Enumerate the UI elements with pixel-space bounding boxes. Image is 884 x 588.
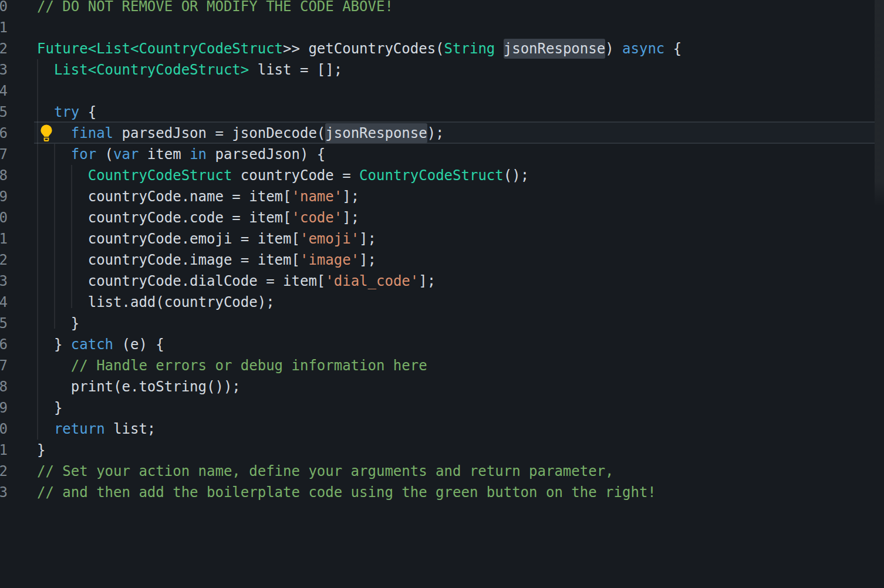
- code-line[interactable]: for (var item in parsedJson) {: [37, 144, 325, 165]
- code-segment: [37, 357, 71, 374]
- code-line[interactable]: return list;: [37, 418, 156, 440]
- code-segment: list = [];: [249, 62, 342, 78]
- code-segment: [37, 104, 54, 120]
- code-line[interactable]: print(e.toString());: [37, 376, 241, 397]
- scrollbar-strip[interactable]: [875, 0, 884, 207]
- line-number[interactable]: 21: [0, 17, 8, 38]
- line-number[interactable]: 23: [0, 59, 8, 80]
- code-segment: }: [37, 315, 79, 332]
- code-segment: ];: [359, 252, 376, 268]
- code-segment: parsedJson) {: [207, 146, 325, 163]
- line-number[interactable]: 26: [0, 123, 8, 144]
- code-line[interactable]: countryCode.image = item['image'];: [37, 249, 376, 271]
- code-line[interactable]: Future<List<CountryCodeStruct>> getCount…: [37, 38, 681, 59]
- line-number[interactable]: 39: [0, 397, 8, 418]
- code-segment: ];: [419, 273, 436, 289]
- code-line[interactable]: }: [37, 313, 79, 334]
- code-segment: var: [113, 146, 139, 163]
- code-segment: 'name': [291, 188, 342, 205]
- line-number[interactable]: 31: [0, 228, 8, 249]
- code-segment: );: [427, 125, 444, 141]
- code-segment: CountryCodeStruct: [88, 167, 232, 184]
- line-number[interactable]: 38: [0, 376, 8, 397]
- code-segment: async: [622, 40, 664, 57]
- code-editor[interactable]: 20// DO NOT REMOVE OR MODIFY THE CODE AB…: [0, 0, 884, 588]
- code-segment: final: [71, 125, 113, 141]
- code-segment: }: [37, 442, 45, 458]
- code-segment: [37, 62, 54, 78]
- line-number[interactable]: 22: [0, 38, 8, 59]
- code-segment: // DO NOT REMOVE OR MODIFY THE CODE ABOV…: [37, 0, 393, 15]
- code-segment: ];: [342, 209, 359, 226]
- code-segment: 'code': [291, 209, 342, 226]
- code-segment: CountryCodeStruct: [359, 167, 504, 184]
- code-line[interactable]: // and then add the boilerplate code usi…: [37, 482, 656, 503]
- code-segment: countryCode.image = item[: [37, 252, 300, 268]
- code-segment: countryCode.code = item[: [37, 209, 291, 226]
- code-line[interactable]: // Handle errors or debug information he…: [37, 355, 427, 376]
- code-segment: String: [444, 40, 495, 57]
- line-number[interactable]: 43: [0, 482, 8, 503]
- line-number[interactable]: 41: [0, 440, 8, 461]
- code-segment: ];: [359, 231, 376, 247]
- code-line[interactable]: countryCode.emoji = item['emoji'];: [37, 228, 376, 249]
- code-line[interactable]: // DO NOT REMOVE OR MODIFY THE CODE ABOV…: [37, 0, 393, 17]
- line-number[interactable]: 42: [0, 461, 8, 482]
- line-number[interactable]: 27: [0, 144, 8, 165]
- code-segment: countryCode.name = item[: [37, 188, 291, 205]
- code-segment: for: [71, 146, 96, 163]
- lightbulb-icon[interactable]: [39, 124, 54, 142]
- code-line[interactable]: countryCode.dialCode = item['dial_code']…: [37, 271, 436, 292]
- line-number[interactable]: 28: [0, 165, 8, 186]
- code-segment: catch: [71, 336, 113, 353]
- code-segment: [37, 421, 54, 437]
- line-number[interactable]: 34: [0, 292, 8, 313]
- code-segment: Future<List<CountryCodeStruct: [37, 40, 283, 57]
- code-line[interactable]: countryCode.code = item['code'];: [37, 207, 359, 228]
- code-segment: countryCode.dialCode = item[: [37, 273, 325, 289]
- code-line[interactable]: try {: [37, 102, 96, 123]
- line-number[interactable]: 24: [0, 80, 8, 102]
- code-segment: ();: [504, 167, 529, 184]
- code-line[interactable]: CountryCodeStruct countryCode = CountryC…: [37, 165, 529, 186]
- code-line[interactable]: }: [37, 397, 62, 418]
- line-number[interactable]: 37: [0, 355, 8, 376]
- line-number[interactable]: 32: [0, 249, 8, 271]
- code-segment: item: [139, 146, 190, 163]
- code-segment: return: [54, 421, 105, 437]
- code-segment: }: [37, 400, 62, 416]
- line-number[interactable]: 25: [0, 102, 8, 123]
- line-number[interactable]: 20: [0, 0, 8, 17]
- code-segment: // Handle errors or debug information he…: [71, 357, 427, 374]
- line-number[interactable]: 35: [0, 313, 8, 334]
- code-segment: ): [605, 40, 622, 57]
- code-segment: countryCode.emoji = item[: [37, 231, 300, 247]
- code-segment: 'emoji': [300, 231, 359, 247]
- code-segment: }: [37, 336, 71, 353]
- code-segment: List<CountryCodeStruct>: [54, 62, 249, 78]
- code-segment: {: [664, 40, 681, 57]
- word-highlight: jsonResponse: [504, 39, 605, 59]
- code-segment: list;: [105, 421, 156, 437]
- code-segment: 'image': [300, 252, 359, 268]
- code-segment: (e) {: [113, 336, 164, 353]
- code-segment: in: [190, 146, 207, 163]
- code-line[interactable]: }: [37, 440, 45, 461]
- code-line[interactable]: final parsedJson = jsonDecode(jsonRespon…: [37, 123, 444, 144]
- line-number[interactable]: 40: [0, 418, 8, 440]
- code-segment: [37, 167, 88, 184]
- code-line[interactable]: List<CountryCodeStruct> list = [];: [37, 59, 342, 80]
- code-line[interactable]: list.add(countryCode);: [37, 292, 275, 313]
- code-line[interactable]: countryCode.name = item['name'];: [37, 186, 359, 207]
- code-line[interactable]: } catch (e) {: [37, 334, 164, 355]
- line-number[interactable]: 36: [0, 334, 8, 355]
- code-segment: // and then add the boilerplate code usi…: [37, 484, 656, 501]
- code-segment: [37, 146, 71, 163]
- line-number[interactable]: 29: [0, 186, 8, 207]
- code-line[interactable]: // Set your action name, define your arg…: [37, 461, 614, 482]
- code-segment: 'dial_code': [325, 273, 419, 289]
- code-segment: // Set your action name, define your arg…: [37, 463, 614, 479]
- line-number[interactable]: 33: [0, 271, 8, 292]
- line-number[interactable]: 30: [0, 207, 8, 228]
- code-segment: try: [54, 104, 79, 120]
